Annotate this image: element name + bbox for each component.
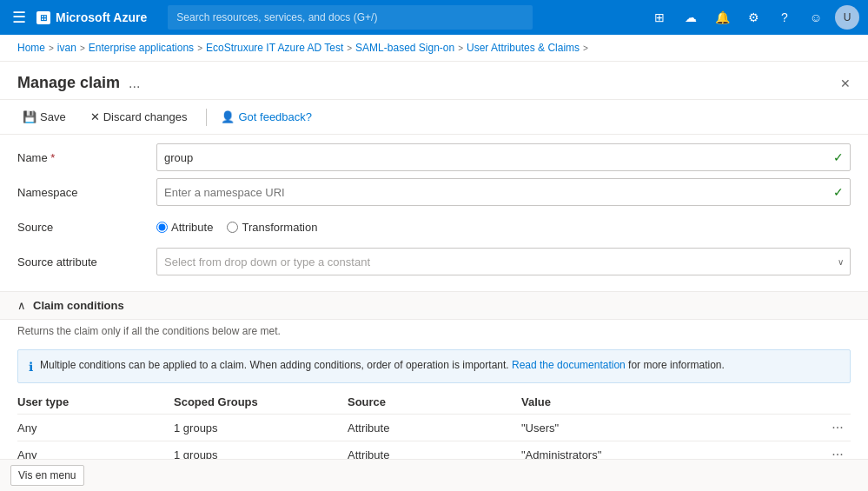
namespace-row: Namespace ✓ — [17, 178, 851, 206]
source-row: Source Attribute Transformation — [17, 213, 851, 241]
azure-logo: ⊞ Microsoft Azure — [36, 10, 147, 24]
vis-menu-button[interactable]: Vis en menu — [10, 465, 84, 486]
feedback-button[interactable]: 👤 Got feedback? — [221, 110, 312, 123]
search-input[interactable] — [168, 5, 533, 30]
claim-conditions-title: Claim conditions — [33, 299, 124, 312]
settings-icon[interactable]: ⚙ — [741, 5, 765, 30]
source-attribute-select[interactable]: Select from drop down or type a constant — [156, 248, 851, 275]
namespace-input[interactable] — [156, 178, 851, 206]
feedback-icon: 👤 — [221, 110, 235, 123]
read-documentation-link[interactable]: Read the documentation — [512, 359, 626, 371]
notification-cloud-icon[interactable]: ☁ — [679, 5, 703, 30]
breadcrumb: Home > ivan > Enterprise applications > … — [0, 35, 868, 62]
close-button[interactable]: ✕ — [840, 76, 851, 90]
breadcrumb-sep: > — [347, 43, 352, 53]
claim-conditions-header[interactable]: ∧ Claim conditions — [0, 291, 868, 320]
row1-source: Attribute — [348, 421, 521, 435]
save-button[interactable]: 💾 Save — [17, 107, 71, 127]
namespace-label: Namespace — [17, 186, 156, 199]
row1-value: "Users" — [521, 421, 825, 435]
breadcrumb-home[interactable]: Home — [17, 42, 45, 54]
row1-user-type: Any — [17, 421, 174, 435]
bell-icon[interactable]: 🔔 — [710, 5, 734, 30]
source-attribute-radio[interactable]: Attribute — [156, 221, 213, 234]
breadcrumb-user-attributes[interactable]: User Attributes & Claims — [467, 42, 580, 54]
feedback-icon[interactable]: ☺ — [804, 5, 828, 30]
namespace-control: ✓ — [156, 178, 851, 206]
form-section: Name * ✓ Namespace ✓ Source — [0, 135, 868, 291]
row1-scoped-groups: 1 groups — [174, 421, 348, 435]
row1-action-button[interactable]: ··· — [825, 420, 851, 435]
toolbar-divider — [206, 109, 207, 126]
claim-conditions-description: Returns the claim only if all the condit… — [0, 320, 868, 342]
breadcrumb-sep: > — [583, 43, 588, 53]
info-text: Multiple conditions can be applied to a … — [40, 359, 725, 371]
breadcrumb-enterprise-apps[interactable]: Enterprise applications — [89, 42, 194, 54]
source-attribute-row: Source attribute Select from drop down o… — [17, 248, 851, 275]
feedback-label: Got feedback? — [238, 110, 312, 123]
azure-logo-icon: ⊞ — [36, 11, 50, 24]
required-marker: * — [50, 151, 55, 164]
source-radio-group: Attribute Transformation — [156, 221, 851, 234]
conditions-table-header: User type Scoped Groups Source Value — [17, 390, 851, 415]
page-title: Manage claim — [17, 74, 120, 92]
breadcrumb-sep: > — [49, 43, 54, 53]
source-attribute-label: Source attribute — [17, 255, 156, 269]
breadcrumb-sep: > — [197, 43, 202, 53]
topbar-icons: ⊞ ☁ 🔔 ⚙ ? ☺ U — [647, 5, 859, 30]
save-label: Save — [40, 110, 66, 123]
source-transformation-radio[interactable]: Transformation — [227, 221, 317, 234]
more-options-button[interactable]: ... — [129, 76, 140, 91]
source-attribute-control: Select from drop down or type a constant… — [156, 248, 851, 275]
portal-icon[interactable]: ⊞ — [647, 5, 672, 30]
col-value: Value — [521, 395, 825, 408]
topbar: ☰ ⊞ Microsoft Azure ⊞ ☁ 🔔 ⚙ ? ☺ U — [0, 0, 868, 35]
breadcrumb-sep: > — [458, 43, 463, 53]
info-banner: ℹ Multiple conditions can be applied to … — [17, 349, 851, 383]
source-label: Source — [17, 221, 156, 234]
name-row: Name * ✓ — [17, 143, 851, 171]
col-scoped-groups: Scoped Groups — [174, 395, 348, 408]
name-check-icon: ✓ — [833, 150, 844, 164]
namespace-check-icon: ✓ — [833, 185, 844, 199]
breadcrumb-saml[interactable]: SAML-based Sign-on — [355, 42, 454, 54]
toolbar: 💾 Save ✕ Discard changes 👤 Got feedback? — [0, 100, 868, 135]
breadcrumb-sep: > — [80, 43, 85, 53]
search-container — [168, 5, 626, 30]
save-icon: 💾 — [23, 110, 36, 123]
discard-button[interactable]: ✕ Discard changes — [85, 107, 193, 127]
breadcrumb-ivan[interactable]: ivan — [57, 42, 76, 54]
help-icon[interactable]: ? — [772, 5, 797, 30]
breadcrumb-ecostruxure[interactable]: EcoStruxure IT Azure AD Test — [206, 42, 343, 54]
source-control: Attribute Transformation — [156, 221, 851, 234]
discard-icon: ✕ — [90, 110, 100, 123]
bottom-footer: Vis en menu — [0, 459, 868, 491]
hamburger-icon[interactable]: ☰ — [9, 4, 30, 30]
info-icon: ℹ — [29, 360, 33, 374]
discard-label: Discard changes — [103, 110, 188, 123]
azure-logo-text: Microsoft Azure — [56, 10, 147, 24]
col-source: Source — [348, 395, 521, 408]
name-input[interactable] — [156, 143, 851, 171]
name-control: ✓ — [156, 143, 851, 171]
chevron-up-icon: ∧ — [17, 299, 26, 312]
table-row: Any 1 groups Attribute "Users" ··· — [17, 415, 851, 441]
main-content: Manage claim ... ✕ 💾 Save ✕ Discard chan… — [0, 62, 868, 491]
page-header: Manage claim ... ✕ — [0, 62, 868, 100]
col-user-type: User type — [17, 395, 174, 408]
name-label: Name * — [17, 151, 156, 164]
avatar[interactable]: U — [835, 5, 859, 30]
col-action — [825, 395, 851, 408]
